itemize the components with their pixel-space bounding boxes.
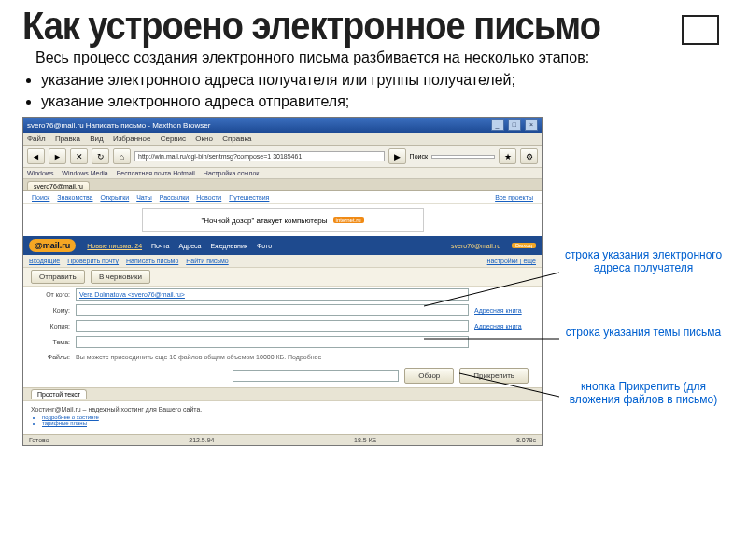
mt-find[interactable]: Найти письмо bbox=[186, 258, 228, 264]
refresh-icon[interactable]: ↻ bbox=[92, 148, 109, 164]
to-field: Кому: Адресная книга bbox=[23, 302, 542, 318]
to-addrbook[interactable]: Адресная книга bbox=[474, 307, 534, 314]
from-value: Vera Dolmatova <svero76@mail.ru> bbox=[76, 288, 469, 301]
menu-window[interactable]: Окно bbox=[195, 134, 213, 143]
plain-text-tab[interactable]: Простой текст bbox=[31, 389, 87, 399]
go-icon[interactable]: ▶ bbox=[388, 148, 406, 164]
window-controls: _ □ × bbox=[489, 119, 538, 131]
bm-4[interactable]: Настройка ссылок bbox=[204, 170, 260, 176]
address-bar[interactable]: http://win.mail.ru/cgi-bin/sentmsg?compo… bbox=[134, 151, 385, 161]
status-size: 18.5 КБ bbox=[354, 437, 376, 443]
close-icon[interactable]: × bbox=[525, 119, 538, 131]
portal-nav: Поиск Знакомства Открытки Чаты Рассылки … bbox=[23, 191, 542, 204]
forward-icon[interactable]: ► bbox=[49, 148, 66, 164]
status-ready: Готово bbox=[29, 437, 49, 443]
footer-promo: Хостинг@Mail.ru – надежный хостинг для В… bbox=[23, 400, 542, 430]
files-row: Файлы: Вы можете присоединить еще 10 фай… bbox=[23, 350, 542, 364]
menu-fav[interactable]: Избранное bbox=[113, 134, 151, 143]
mailru-logo[interactable]: @mail.ru bbox=[29, 239, 76, 252]
pn-2[interactable]: Открытки bbox=[100, 194, 129, 201]
menu-view[interactable]: Вид bbox=[90, 134, 103, 143]
editor-tabs: Простой текст bbox=[23, 387, 542, 400]
file-path-input[interactable] bbox=[233, 370, 399, 382]
home-icon[interactable]: ⌂ bbox=[113, 148, 131, 164]
files-label: Файлы: bbox=[31, 354, 70, 360]
from-label: От кого: bbox=[31, 291, 70, 298]
pn-3[interactable]: Чаты bbox=[136, 194, 152, 201]
bm-3[interactable]: Бесплатная почта Hotmail bbox=[117, 170, 195, 176]
bullet-list: указание электронного адреса получателя … bbox=[22, 71, 725, 111]
figure-wrapper: svero76@mail.ru Написать письмо - Maxtho… bbox=[22, 117, 723, 446]
portal-page: Поиск Знакомства Открытки Чаты Рассылки … bbox=[23, 191, 542, 445]
nav-cal[interactable]: Ежедневник bbox=[210, 243, 247, 249]
minimize-icon[interactable]: _ bbox=[491, 119, 504, 131]
menu-file[interactable]: Файл bbox=[27, 134, 46, 143]
subj-input[interactable] bbox=[76, 336, 469, 348]
to-label: Кому: bbox=[31, 307, 70, 314]
pn-5[interactable]: Новости bbox=[196, 194, 221, 201]
nav-photo[interactable]: Фото bbox=[257, 243, 272, 249]
pn-all[interactable]: Все проекты bbox=[495, 194, 533, 201]
banner-text: "Ночной дозор" атакует компьютеры bbox=[201, 217, 327, 225]
window-titlebar: svero76@mail.ru Написать письмо - Maxtho… bbox=[23, 118, 542, 133]
subj-field: Тема: bbox=[23, 334, 542, 350]
cc-addrbook[interactable]: Адресная книга bbox=[474, 323, 534, 329]
nav-mail[interactable]: Почта bbox=[151, 243, 169, 249]
pn-4[interactable]: Рассылки bbox=[160, 194, 189, 201]
pn-1[interactable]: Знакомства bbox=[57, 194, 92, 201]
from-field: От кого: Vera Dolmatova <svero76@mail.ru… bbox=[23, 287, 542, 302]
subj-label: Тема: bbox=[31, 339, 70, 345]
intro-text: Весь процесс создания электронного письм… bbox=[35, 49, 725, 67]
draft-button[interactable]: В черновики bbox=[91, 270, 150, 284]
files-hint: Вы можете присоединить еще 10 файлов общ… bbox=[76, 354, 534, 360]
maximize-icon[interactable]: □ bbox=[508, 119, 521, 131]
send-button[interactable]: Отправить bbox=[31, 270, 85, 284]
menu-help[interactable]: Справка bbox=[222, 134, 251, 143]
pn-0[interactable]: Поиск bbox=[32, 194, 49, 201]
menu-edit[interactable]: Правка bbox=[55, 134, 80, 143]
menu-service[interactable]: Сервис bbox=[161, 134, 186, 143]
status-ip: 212.5.94 bbox=[189, 437, 214, 443]
to-input[interactable] bbox=[76, 304, 469, 316]
mt-compose[interactable]: Написать письмо bbox=[126, 258, 178, 264]
footer-text: Хостинг@Mail.ru – надежный хостинг для В… bbox=[31, 406, 202, 413]
new-mail-link[interactable]: Новые письма: 24 bbox=[87, 243, 142, 249]
nav-addr[interactable]: Адреса bbox=[179, 243, 202, 249]
search-label: Поиск bbox=[410, 153, 428, 160]
exit-button[interactable]: Выход bbox=[512, 243, 536, 248]
browser-toolbar: ◄ ► ✕ ↻ ⌂ http://win.mail.ru/cgi-bin/sen… bbox=[23, 146, 542, 168]
cc-input[interactable] bbox=[76, 320, 469, 332]
browser-tab[interactable]: svero76@mail.ru bbox=[27, 181, 90, 190]
bullet-2: указание электронного адреса отправителя… bbox=[41, 92, 725, 111]
bookmarks-bar: Windows Windows Media Бесплатная почта H… bbox=[23, 168, 542, 179]
tab-row: svero76@mail.ru bbox=[23, 179, 542, 191]
slide-title: Как устроено электронное письмо bbox=[22, 0, 725, 45]
search-box[interactable] bbox=[431, 155, 495, 159]
cc-label: Копия: bbox=[31, 323, 70, 329]
window-title: svero76@mail.ru Написать письмо - Maxtho… bbox=[27, 121, 210, 130]
mail-header-bar: @mail.ru Новые письма: 24 Почта Адреса Е… bbox=[23, 236, 542, 255]
callout-attach: кнопка Прикрепить (для вложения файлов в… bbox=[559, 381, 727, 407]
compose-form: Отправить В черновики От кого: Vera Dolm… bbox=[23, 268, 542, 434]
pn-6[interactable]: Путешествия bbox=[229, 194, 269, 201]
user-email: svero76@mail.ru bbox=[451, 243, 500, 249]
bullet-1: указание электронного адреса получателя … bbox=[41, 71, 725, 90]
cc-field: Копия: Адресная книга bbox=[23, 318, 542, 334]
extra-btn-1[interactable]: ★ bbox=[499, 148, 516, 164]
browse-button[interactable]: Обзор bbox=[404, 368, 454, 384]
menu-bar: Файл Правка Вид Избранное Сервис Окно Сп… bbox=[23, 133, 542, 146]
ad-banner[interactable]: "Ночной дозор" атакует компьютеры intern… bbox=[142, 208, 424, 232]
send-row: Отправить В черновики bbox=[23, 268, 542, 287]
stop-icon[interactable]: ✕ bbox=[70, 148, 88, 164]
footer-link-2[interactable]: тарифные планы bbox=[42, 420, 534, 426]
mt-right[interactable]: настройки | ещё bbox=[487, 258, 536, 264]
mt-inbox[interactable]: Входящие bbox=[29, 258, 60, 264]
bm-2[interactable]: Windows Media bbox=[62, 170, 107, 176]
mt-check[interactable]: Проверить почту bbox=[67, 258, 119, 264]
callout-recipient: строка указания электронного адреса полу… bbox=[559, 249, 727, 275]
screenshot-email-client: svero76@mail.ru Написать письмо - Maxtho… bbox=[22, 117, 543, 446]
extra-btn-2[interactable]: ⚙ bbox=[520, 148, 538, 164]
back-icon[interactable]: ◄ bbox=[27, 148, 45, 164]
attach-button[interactable]: Прикрепить bbox=[459, 368, 529, 384]
bm-1[interactable]: Windows bbox=[27, 170, 53, 176]
